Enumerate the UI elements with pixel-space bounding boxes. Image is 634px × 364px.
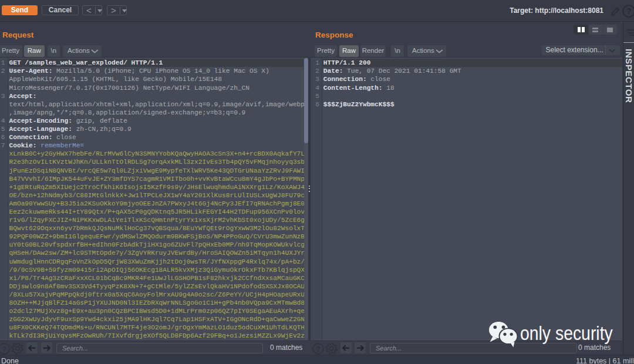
svg-text:?: ? [626,6,632,16]
svg-text:?: ? [2,345,6,353]
svg-text:?: ? [316,345,321,353]
